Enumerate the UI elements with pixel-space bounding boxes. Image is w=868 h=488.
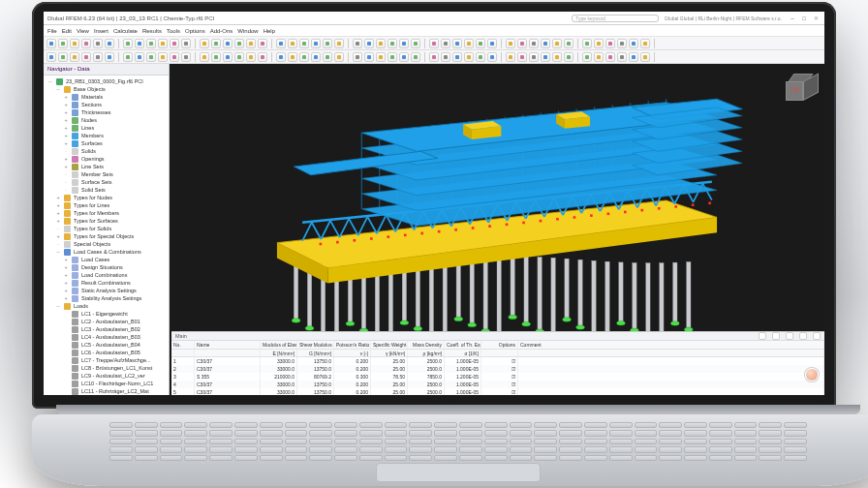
tree-item[interactable]: +Members: [47, 132, 167, 139]
tree-item[interactable]: LC2 - Ausbaulasten_B01: [47, 318, 167, 325]
toolbar-button[interactable]: [617, 52, 627, 62]
tree-item[interactable]: LC3 - Ausbaulasten_B02: [47, 325, 167, 333]
toolbar-button[interactable]: [223, 39, 232, 48]
tree-item[interactable]: LC4 - Ausbaulasten_B03: [47, 333, 167, 341]
toolbar-button[interactable]: [105, 39, 114, 48]
menu-insert[interactable]: Insert: [94, 28, 108, 34]
toolbar-button[interactable]: [376, 39, 386, 48]
tree-item[interactable]: +Surfaces: [47, 139, 167, 147]
toolbar-button[interactable]: [299, 39, 309, 48]
table-body[interactable]: 1C30/3733000.013750.00.20025.002500.01.0…: [171, 357, 824, 395]
toolbar-button[interactable]: [123, 39, 133, 48]
menu-calculate[interactable]: Calculate: [113, 28, 138, 34]
toolbar-button[interactable]: [429, 39, 439, 48]
table-row[interactable]: 2C30/3733000.013750.00.20025.002500.01.0…: [171, 365, 824, 373]
toolbar-button[interactable]: [299, 52, 309, 62]
toolbar-button[interactable]: [594, 52, 604, 62]
toolbar-button[interactable]: [476, 39, 485, 48]
maximize-button[interactable]: □: [799, 15, 809, 22]
toolbar-button[interactable]: [258, 52, 267, 62]
tree-item[interactable]: +Sections: [47, 101, 167, 108]
tree-item[interactable]: +Design Situations: [47, 263, 167, 271]
dp-tool-2[interactable]: [772, 332, 780, 340]
tree-item[interactable]: +Types for Lines: [47, 201, 167, 209]
toolbar-button[interactable]: [93, 52, 103, 62]
toolbar-button[interactable]: [200, 39, 209, 48]
tree-item[interactable]: +Lines: [47, 124, 167, 132]
toolbar-button[interactable]: [234, 39, 244, 48]
toolbar-button[interactable]: [517, 52, 527, 62]
tree-item[interactable]: LC8 - Brüstungen_LC1_Konst: [47, 364, 167, 372]
tree-item[interactable]: +Load Cases: [47, 256, 167, 263]
tree-item[interactable]: +Types for Nodes: [47, 194, 167, 201]
toolbar-button[interactable]: [388, 39, 397, 48]
toolbar-button[interactable]: [364, 52, 374, 62]
menu-file[interactable]: File: [47, 28, 57, 34]
toolbar-button[interactable]: [288, 52, 297, 62]
toolbar-button[interactable]: [323, 39, 332, 48]
table-row[interactable]: 1C30/3733000.013750.00.20025.002500.01.0…: [171, 357, 824, 365]
dp-tool-3[interactable]: [786, 332, 793, 340]
dp-tool-5[interactable]: [813, 332, 821, 340]
toolbar-button[interactable]: [605, 39, 615, 48]
toolbar-button[interactable]: [441, 52, 450, 62]
toolbar-button[interactable]: [476, 52, 485, 62]
menu-addons[interactable]: Add-Ons: [210, 28, 233, 34]
toolbar-button[interactable]: [81, 39, 91, 48]
toolbar-button[interactable]: [411, 52, 420, 62]
toolbar-button[interactable]: [334, 52, 344, 62]
table-row[interactable]: 3S 355210000.080769.20.30078.507850.01.2…: [171, 373, 824, 381]
toolbar-button[interactable]: [529, 39, 539, 48]
menu-edit[interactable]: Edit: [62, 28, 72, 34]
tree-item[interactable]: LC7 - Treppe/AufzMaschge...: [47, 356, 167, 364]
toolbar-button[interactable]: [105, 52, 114, 62]
toolbar-button[interactable]: [200, 52, 209, 62]
toolbar-button[interactable]: [441, 39, 450, 48]
toolbar-button[interactable]: [605, 52, 615, 62]
toolbar-button[interactable]: [640, 39, 650, 48]
toolbar-button[interactable]: [464, 52, 474, 62]
menu-tools[interactable]: Tools: [167, 28, 180, 34]
toolbar-button[interactable]: [135, 39, 144, 48]
toolbar-button[interactable]: [564, 39, 574, 48]
toolbar-button[interactable]: [552, 52, 562, 62]
toolbar-button[interactable]: [246, 39, 256, 48]
minimize-button[interactable]: –: [788, 15, 797, 22]
toolbar-button[interactable]: [276, 39, 286, 48]
tree-item[interactable]: LC11 - Rohrträger_LC2_Mat: [47, 387, 167, 395]
tree-item[interactable]: –Loads: [47, 302, 167, 310]
toolbar-button[interactable]: [58, 39, 68, 48]
toolbar-button[interactable]: [258, 39, 267, 48]
tree-item[interactable]: LC9 - Ausbaulast_LC2_ver: [47, 372, 167, 380]
tree-item[interactable]: ·Types for Solids: [47, 225, 167, 232]
toolbar-button[interactable]: [170, 39, 179, 48]
tree-item[interactable]: +Line Sets: [47, 163, 167, 170]
toolbar-button[interactable]: [246, 52, 256, 62]
tree-item[interactable]: ·Solids: [47, 147, 167, 155]
menu-view[interactable]: View: [77, 28, 89, 34]
tree-item[interactable]: +Stability Analysis Settings: [47, 294, 167, 302]
dp-tool-1[interactable]: [759, 332, 766, 340]
dp-tool-4[interactable]: [799, 332, 807, 340]
tree-item[interactable]: ·Solid Sets: [47, 186, 167, 194]
toolbar-button[interactable]: [529, 52, 539, 62]
toolbar-button[interactable]: [211, 39, 221, 48]
tree-item[interactable]: +Types for Special Objects: [47, 232, 167, 240]
menu-window[interactable]: Window: [237, 28, 258, 34]
tree-item[interactable]: +Result Combinations: [47, 279, 167, 287]
toolbar-button[interactable]: [506, 39, 515, 48]
toolbar-button[interactable]: [364, 39, 374, 48]
tree-item[interactable]: +Static Analysis Settings: [47, 287, 167, 294]
toolbar-button[interactable]: [541, 39, 550, 48]
toolbar-button[interactable]: [517, 39, 527, 48]
toolbar-button[interactable]: [629, 52, 638, 62]
tree-item[interactable]: –Base Objects: [47, 85, 167, 93]
toolbar-button[interactable]: [81, 52, 91, 62]
toolbar-button[interactable]: [506, 52, 515, 62]
tree-item[interactable]: +Materials: [47, 93, 167, 101]
toolbar-button[interactable]: [399, 39, 409, 48]
toolbar-button[interactable]: [135, 52, 144, 62]
toolbar-button[interactable]: [388, 52, 397, 62]
tree-item[interactable]: ·Special Objects: [47, 240, 167, 248]
tree-item[interactable]: LC5 - Ausbaulasten_B04: [47, 341, 167, 349]
